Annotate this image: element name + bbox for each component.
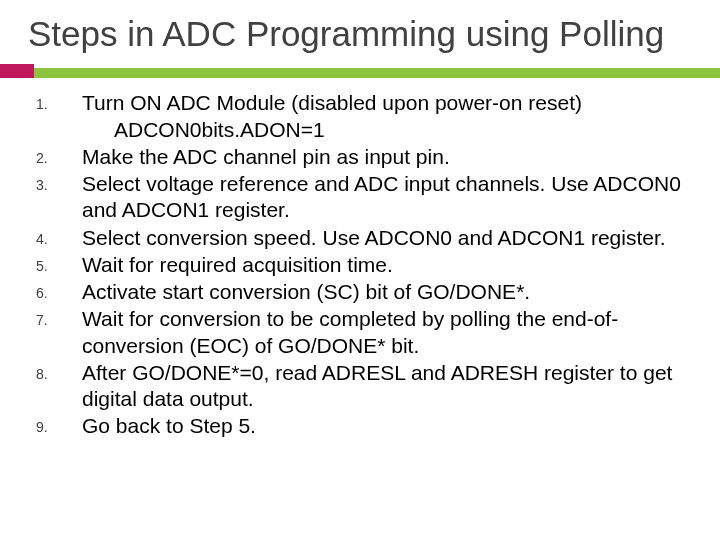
list-item: Turn ON ADC Module (disabled upon power-…: [26, 90, 694, 143]
list-item: Make the ADC channel pin as input pin.: [26, 144, 694, 170]
list-item: Wait for required acquisition time.: [26, 252, 694, 278]
slide: Steps in ADC Programming using Polling T…: [0, 0, 720, 540]
list-item: Activate start conversion (SC) bit of GO…: [26, 279, 694, 305]
list-item: Wait for conversion to be completed by p…: [26, 306, 694, 359]
list-item: After GO/DONE*=0, read ADRESL and ADRESH…: [26, 360, 694, 413]
page-title: Steps in ADC Programming using Polling: [0, 10, 720, 54]
list-item: Select voltage reference and ADC input c…: [26, 171, 694, 224]
step-text: Wait for required acquisition time.: [82, 253, 393, 276]
step-text: Wait for conversion to be completed by p…: [82, 307, 618, 356]
step-text: Go back to Step 5.: [82, 414, 256, 437]
step-subtext: ADCON0bits.ADON=1: [82, 117, 694, 143]
step-text: Make the ADC channel pin as input pin.: [82, 145, 450, 168]
list-item: Select conversion speed. Use ADCON0 and …: [26, 225, 694, 251]
list-item: Go back to Step 5.: [26, 413, 694, 439]
step-text: After GO/DONE*=0, read ADRESL and ADRESH…: [82, 361, 672, 410]
steps-list: Turn ON ADC Module (disabled upon power-…: [26, 90, 694, 439]
underline-accent: [0, 64, 34, 78]
step-text: Select conversion speed. Use ADCON0 and …: [82, 226, 666, 249]
step-text: Activate start conversion (SC) bit of GO…: [82, 280, 530, 303]
step-text: Select voltage reference and ADC input c…: [82, 172, 681, 221]
title-underline: [0, 64, 720, 78]
underline-green: [0, 68, 720, 78]
step-text: Turn ON ADC Module (disabled upon power-…: [82, 91, 582, 114]
content-area: Turn ON ADC Module (disabled upon power-…: [0, 78, 720, 439]
